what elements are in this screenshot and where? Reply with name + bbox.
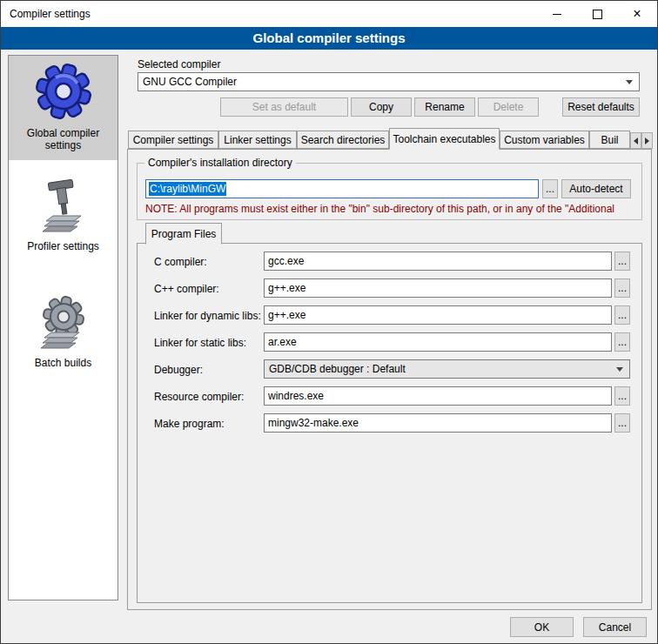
linker-static-browse-button[interactable]: ... — [614, 332, 630, 352]
sidebar-item-label: Global compiler settings — [11, 127, 115, 151]
minimize-button[interactable] — [537, 1, 577, 27]
chevron-down-icon — [626, 80, 633, 84]
linker-dynamic-input[interactable] — [264, 305, 612, 325]
debugger-select[interactable]: GDB/CDB debugger : Default — [264, 359, 630, 379]
button-label: ... — [618, 417, 627, 429]
subtab-label: Program Files — [151, 228, 217, 240]
tab-search-directories[interactable]: Search directories — [297, 131, 389, 149]
installation-directory-browse-button[interactable]: ... — [542, 179, 558, 198]
arrow-left-icon — [634, 138, 638, 144]
cpp-compiler-input[interactable] — [264, 278, 612, 298]
selected-compiler-label: Selected compiler — [138, 58, 220, 70]
close-button[interactable]: × — [617, 1, 657, 27]
c-compiler-browse-button[interactable]: ... — [614, 252, 630, 271]
titlebar[interactable]: Compiler settings × — [1, 1, 657, 27]
batch-builds-gear-icon — [36, 292, 91, 350]
resource-compiler-browse-button[interactable]: ... — [614, 386, 630, 406]
linker-static-input[interactable] — [264, 332, 612, 352]
make-program-label: Make program: — [154, 418, 225, 430]
installation-directory-input[interactable]: C:\raylib\MinGW — [145, 179, 539, 198]
chevron-down-icon — [616, 367, 623, 372]
window-title: Compiler settings — [1, 8, 91, 20]
delete-button[interactable]: Delete — [478, 97, 539, 117]
linker-dynamic-label: Linker for dynamic libs: — [154, 310, 261, 322]
sidebar-item-label: Profiler settings — [27, 240, 99, 252]
profiler-hammer-icon — [37, 178, 90, 233]
installation-directory-value: C:\raylib\MinGW — [149, 182, 226, 196]
maximize-button[interactable] — [577, 1, 617, 27]
sidebar-item-label: Batch builds — [35, 357, 91, 369]
tab-label: Search directories — [301, 134, 386, 146]
button-label: Delete — [494, 101, 524, 113]
sidebar-item-global-compiler-settings[interactable]: Global compiler settings — [9, 56, 118, 160]
tab-label: Compiler settings — [133, 134, 214, 146]
sidebar-item-batch-builds[interactable]: Batch builds — [9, 285, 118, 378]
selected-compiler-value: GNU GCC Compiler — [143, 76, 237, 88]
maximize-icon — [593, 10, 602, 19]
button-label: Rename — [425, 101, 464, 113]
installation-directory-legend: Compiler's installation directory — [144, 157, 296, 169]
close-icon: × — [633, 7, 641, 21]
button-label: Reset defaults — [567, 101, 634, 113]
tab-linker-settings[interactable]: Linker settings — [218, 131, 297, 149]
linker-dynamic-browse-button[interactable]: ... — [614, 305, 630, 325]
tab-label: Custom variables — [504, 134, 585, 146]
arrow-right-icon — [645, 138, 649, 144]
minimize-icon — [553, 14, 561, 15]
button-label: ... — [546, 183, 554, 195]
tab-label: Linker settings — [224, 134, 291, 146]
tab-toolchain-executables[interactable]: Toolchain executables — [389, 128, 500, 150]
ok-button[interactable]: OK — [510, 617, 574, 637]
compiler-settings-window: Compiler settings × Global compiler sett… — [0, 0, 658, 644]
rename-button[interactable]: Rename — [414, 97, 475, 117]
resource-compiler-input[interactable] — [264, 386, 612, 406]
cpp-compiler-label: C++ compiler: — [154, 283, 219, 295]
button-label: ... — [618, 309, 627, 321]
settings-sidebar: Global compiler settings Profiler settin… — [8, 55, 118, 600]
debugger-select-value: GDB/CDB debugger : Default — [269, 363, 406, 375]
button-label: ... — [618, 255, 627, 267]
button-label: Copy — [369, 101, 393, 113]
tab-custom-variables[interactable]: Custom variables — [500, 131, 589, 149]
button-label: Auto-detect — [569, 183, 622, 195]
resource-compiler-label: Resource compiler: — [154, 391, 244, 403]
button-label: Set as default — [252, 101, 316, 113]
tab-scroll-left-button[interactable] — [630, 132, 641, 149]
button-label: ... — [618, 282, 627, 294]
tab-label: Toolchain executables — [393, 133, 495, 145]
subtab-program-files[interactable]: Program Files — [145, 223, 222, 245]
make-program-browse-button[interactable]: ... — [614, 413, 630, 433]
button-label: ... — [618, 390, 627, 402]
button-label: ... — [618, 336, 627, 348]
copy-button[interactable]: Copy — [351, 97, 412, 117]
button-label: OK — [534, 621, 549, 634]
sidebar-item-profiler-settings[interactable]: Profiler settings — [9, 171, 118, 261]
cancel-button[interactable]: Cancel — [583, 617, 647, 637]
tab-compiler-settings[interactable]: Compiler settings — [128, 131, 218, 149]
window-controls: × — [537, 1, 657, 27]
cpp-compiler-browse-button[interactable]: ... — [614, 278, 630, 298]
blue-gear-icon — [35, 63, 92, 120]
c-compiler-label: C compiler: — [154, 256, 207, 268]
tab-build-truncated[interactable]: Buil — [589, 131, 630, 149]
debugger-label: Debugger: — [154, 364, 203, 376]
tab-label: Buil — [601, 134, 618, 146]
selected-compiler-select[interactable]: GNU GCC Compiler — [138, 72, 640, 91]
installation-note-text: NOTE: All programs must exist either in … — [145, 203, 646, 215]
dialog-header-title: Global compiler settings — [1, 27, 657, 50]
set-as-default-button[interactable]: Set as default — [220, 97, 348, 117]
reset-defaults-button[interactable]: Reset defaults — [562, 97, 640, 117]
auto-detect-button[interactable]: Auto-detect — [561, 179, 631, 198]
tab-scroll-right-button[interactable] — [641, 132, 653, 149]
make-program-input[interactable] — [264, 413, 612, 433]
button-label: Cancel — [599, 621, 631, 634]
c-compiler-input[interactable] — [264, 252, 612, 271]
linker-static-label: Linker for static libs: — [154, 337, 246, 349]
